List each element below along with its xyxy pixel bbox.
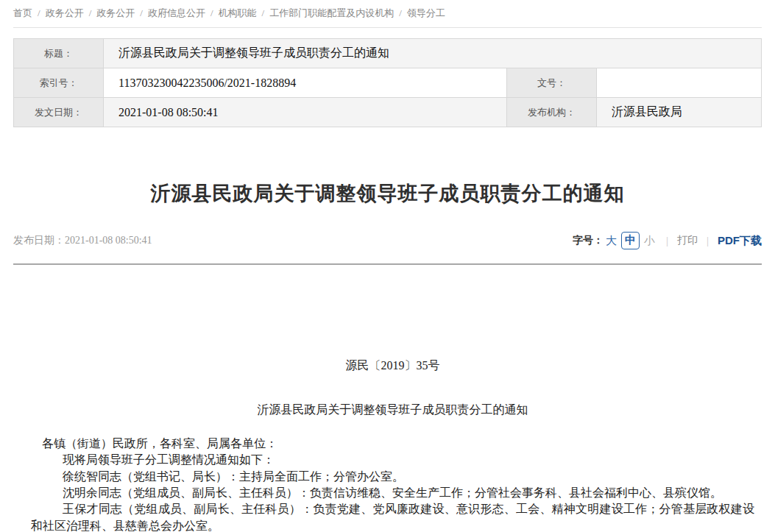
- page: 首页/政务公开/政务公开/政府信息公开/机构职能/工作部门职能配置及内设机构/领…: [0, 0, 775, 532]
- table-row-date: 发文日期： 2021-01-08 08:50:41 发布机构： 沂源县民政局: [14, 98, 762, 127]
- breadcrumb-item[interactable]: 机构职能: [219, 7, 257, 18]
- article-subtitle: 沂源县民政局关于调整领导班子成员职责分工的通知: [31, 402, 754, 418]
- breadcrumb-separator: /: [210, 7, 213, 18]
- breadcrumb-item[interactable]: 政务公开: [46, 7, 84, 18]
- doc-number-value: [597, 68, 762, 98]
- table-row-index: 索引号： 113703230042235006/2021-1828894 文号：: [14, 68, 762, 98]
- breadcrumb-separator: /: [140, 7, 143, 18]
- article-paragraph: 现将局领导班子分工调整情况通知如下：: [31, 452, 754, 468]
- index-number-label: 索引号：: [14, 68, 104, 98]
- issue-date-label: 发文日期：: [14, 98, 104, 127]
- article-paragraph: 沈明余同志（党组成员、副局长、主任科员）：负责信访维稳、安全生产工作；分管社会事…: [31, 485, 754, 501]
- font-medium-button[interactable]: 中: [621, 232, 640, 249]
- article-paragraph: 徐统智同志（党组书记、局长）：主持局全面工作；分管办公室。: [31, 469, 754, 485]
- breadcrumb-separator: /: [399, 7, 402, 18]
- title-value: 沂源县民政局关于调整领导班子成员职责分工的通知: [104, 39, 762, 68]
- index-number-value: 113703230042235006/2021-1828894: [104, 68, 507, 98]
- table-row-title: 标题： 沂源县民政局关于调整领导班子成员职责分工的通知: [14, 39, 762, 68]
- doc-number-label: 文号：: [507, 68, 597, 98]
- font-large-button[interactable]: 大: [606, 234, 617, 248]
- toolbar-separator: |: [666, 235, 668, 247]
- article-paragraphs: 各镇（街道）民政所，各科室、局属各单位：现将局领导班子分工调整情况通知如下：徐统…: [31, 436, 754, 532]
- meta-row: 发布日期：2021-01-08 08:50:41 字号： 大 中 小 | 打印 …: [13, 232, 762, 249]
- breadcrumb-item[interactable]: 政府信息公开: [148, 7, 205, 18]
- page-title: 沂源县民政局关于调整领导班子成员职责分工的通知: [13, 180, 762, 207]
- toolbar: 字号： 大 中 小 | 打印 | PDF下载: [573, 232, 762, 249]
- breadcrumb-separator: /: [38, 7, 40, 18]
- title-label: 标题：: [14, 39, 104, 68]
- agency-label: 发布机构：: [507, 98, 597, 127]
- font-small-button[interactable]: 小: [644, 234, 655, 248]
- pdf-download-button[interactable]: PDF下载: [718, 234, 762, 248]
- article-body: 源民〔2019〕35号 沂源县民政局关于调整领导班子成员职责分工的通知 各镇（街…: [13, 265, 762, 532]
- breadcrumb-item[interactable]: 工作部门职能配置及内设机构: [269, 7, 394, 18]
- print-button[interactable]: 打印: [677, 234, 698, 247]
- breadcrumb-item[interactable]: 领导分工: [407, 7, 445, 18]
- breadcrumb-item[interactable]: 首页: [13, 7, 32, 18]
- issue-date-value: 2021-01-08 08:50:41: [104, 98, 507, 127]
- doc-number: 源民〔2019〕35号: [31, 358, 754, 374]
- publish-date-value: 2021-01-08 08:50:41: [65, 235, 152, 246]
- agency-value: 沂源县民政局: [597, 98, 762, 127]
- breadcrumb: 首页/政务公开/政务公开/政府信息公开/机构职能/工作部门职能配置及内设机构/领…: [13, 0, 762, 28]
- toolbar-separator: |: [707, 235, 709, 247]
- article-paragraph: 王保才同志（党组成员、副局长、主任科员）：负责党建、党风廉政建设、意识形态、工会…: [31, 501, 754, 532]
- publish-date: 发布日期：2021-01-08 08:50:41: [13, 234, 152, 247]
- publish-date-label: 发布日期：: [13, 235, 65, 246]
- font-size-label: 字号：: [573, 234, 604, 247]
- document-info-table: 标题： 沂源县民政局关于调整领导班子成员职责分工的通知 索引号： 1137032…: [13, 38, 762, 127]
- breadcrumb-separator: /: [89, 7, 92, 18]
- article-paragraph: 各镇（街道）民政所，各科室、局属各单位：: [31, 436, 754, 452]
- breadcrumb-item[interactable]: 政务公开: [96, 7, 135, 18]
- breadcrumb-separator: /: [262, 7, 265, 18]
